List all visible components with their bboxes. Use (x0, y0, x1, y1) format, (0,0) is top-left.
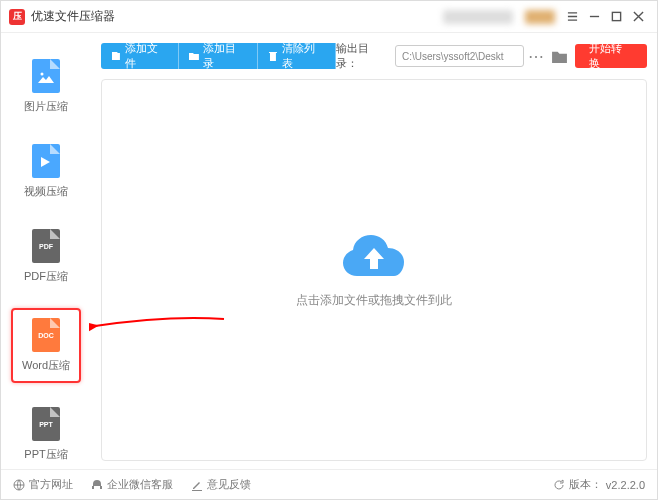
edit-icon (191, 479, 203, 491)
drop-hint: 点击添加文件或拖拽文件到此 (296, 292, 452, 309)
headset-icon (91, 479, 103, 491)
maximize-button[interactable] (605, 6, 627, 28)
footer: 官方网址 企业微信客服 意见反馈 版本：v2.2.2.0 (1, 469, 657, 499)
svg-point-1 (41, 73, 44, 76)
sidebar-item-label: Word压缩 (22, 358, 70, 373)
official-website-link[interactable]: 官方网址 (13, 477, 73, 492)
feedback-link[interactable]: 意见反馈 (191, 477, 251, 492)
start-convert-button[interactable]: 开始转换 (575, 44, 647, 68)
svg-rect-0 (612, 12, 620, 20)
ppt-file-icon: PPT (32, 407, 60, 441)
add-file-button[interactable]: 添加文件 (101, 43, 179, 69)
sidebar-item-label: PPT压缩 (24, 447, 67, 462)
video-file-icon (32, 144, 60, 178)
more-button[interactable]: ⋯ (524, 45, 548, 67)
clear-list-button[interactable]: 清除列表 (258, 43, 336, 69)
main-panel: 添加文件 添加目录 清除列表 输出目录： C:\Users\yssoft2\De… (91, 33, 657, 469)
sidebar-item-label: 视频压缩 (24, 184, 68, 199)
blurred-info (443, 10, 513, 24)
sidebar-item-ppt-compress[interactable]: PPT PPT压缩 (15, 401, 77, 468)
app-icon: 压 (9, 9, 25, 25)
close-button[interactable] (627, 6, 649, 28)
sidebar-item-label: 图片压缩 (24, 99, 68, 114)
version-info: 版本：v2.2.2.0 (553, 477, 645, 492)
browse-folder-button[interactable] (548, 45, 572, 67)
toolbar: 添加文件 添加目录 清除列表 输出目录： C:\Users\yssoft2\De… (101, 41, 647, 71)
sidebar-item-video-compress[interactable]: 视频压缩 (15, 138, 77, 205)
app-title: 优速文件压缩器 (31, 8, 115, 25)
titlebar: 压 优速文件压缩器 (1, 1, 657, 33)
cloud-upload-icon (339, 232, 409, 280)
menu-button[interactable] (561, 6, 583, 28)
minimize-button[interactable] (583, 6, 605, 28)
wechat-support-link[interactable]: 企业微信客服 (91, 477, 173, 492)
sidebar-item-word-compress[interactable]: DOC Word压缩 (11, 308, 81, 383)
output-dir-field[interactable]: C:\Users\yssoft2\Deskt (395, 45, 524, 67)
refresh-icon (553, 479, 565, 491)
add-folder-button[interactable]: 添加目录 (179, 43, 257, 69)
image-file-icon (32, 59, 60, 93)
pdf-file-icon: PDF (32, 229, 60, 263)
blurred-avatar (525, 10, 555, 24)
sidebar-item-pdf-compress[interactable]: PDF PDF压缩 (15, 223, 77, 290)
sidebar: 图片压缩 视频压缩 PDF PDF压缩 DOC Word压缩 (1, 33, 91, 469)
word-file-icon: DOC (32, 318, 60, 352)
sidebar-item-image-compress[interactable]: 图片压缩 (15, 53, 77, 120)
output-dir-label: 输出目录： (336, 41, 391, 71)
sidebar-item-label: PDF压缩 (24, 269, 68, 284)
globe-icon (13, 479, 25, 491)
drop-area[interactable]: 点击添加文件或拖拽文件到此 (101, 79, 647, 461)
